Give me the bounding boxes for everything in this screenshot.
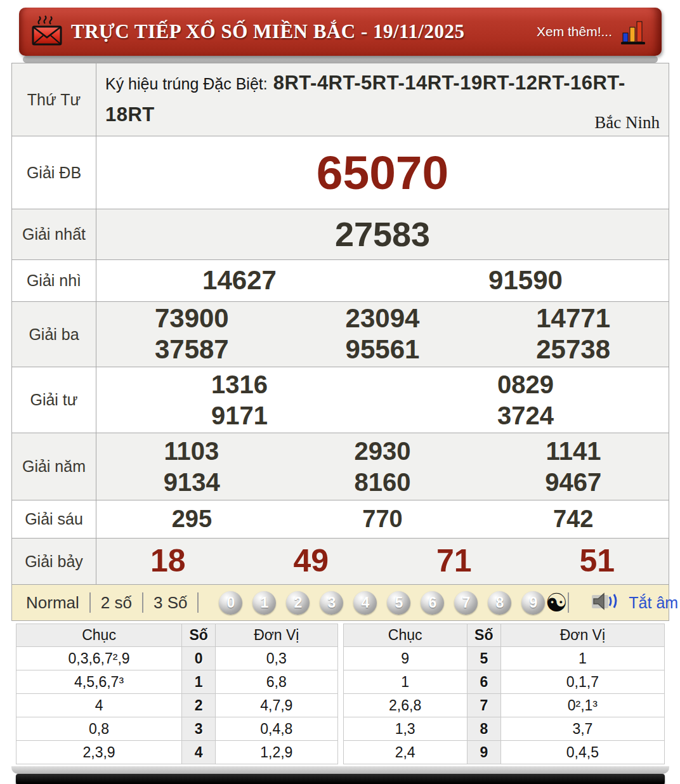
- digit-cell: 2: [182, 694, 216, 717]
- tens-cell: 0,3,6,7²,9: [16, 647, 182, 670]
- tens-cell: 9: [343, 647, 467, 670]
- summary-table-left: ChụcSốĐơn Vị0,3,6,7²,900,34,5,6,7³16,842…: [16, 624, 338, 764]
- prize-label-giai-nam: Giải năm: [12, 433, 96, 500]
- digit-ball-1[interactable]: 1: [252, 591, 276, 615]
- prize-number: 49: [293, 543, 329, 580]
- mute-button[interactable]: Tắt âm: [629, 594, 678, 612]
- prize-number: 9467: [545, 467, 601, 497]
- prize-number: 8160: [354, 467, 410, 497]
- mode-2-digits[interactable]: 2 số: [91, 593, 142, 613]
- see-more-link[interactable]: Xem thêm!...: [537, 24, 612, 39]
- units-cell: 1,2,9: [216, 741, 337, 764]
- tens-cell: 1,3: [343, 717, 467, 741]
- prize-numbers-giai-db: 65070: [96, 136, 669, 209]
- prize-number: 1103: [164, 436, 219, 466]
- digit-balls: 0123456789: [219, 591, 545, 615]
- digit-ball-0[interactable]: 0: [219, 591, 242, 615]
- bar-chart-icon[interactable]: [621, 20, 645, 49]
- prize-number: 27583: [335, 214, 430, 254]
- summary-header: Đơn Vị: [216, 624, 337, 647]
- footer-gray-bar: [11, 766, 669, 774]
- prize-number: 1141: [546, 436, 601, 466]
- prize-rows: Giải ĐB65070Giải nhất27583Giải nhì146279…: [12, 136, 669, 584]
- tens-cell: 2,6,8: [343, 694, 467, 717]
- prize-label-giai-ba: Giải ba: [12, 302, 96, 367]
- digit-ball-9[interactable]: 9: [521, 591, 545, 615]
- speaker-icon[interactable]: [591, 591, 622, 615]
- footer-black-bar: [16, 774, 665, 784]
- digit-ball-8[interactable]: 8: [488, 591, 511, 615]
- summary-row: 2,490,4,5: [343, 741, 665, 764]
- draw-info-row: Thứ Tư Ký hiệu trúng Đặc Biệt:8RT-4RT-5R…: [12, 63, 669, 136]
- prize-number: 1316: [211, 370, 268, 399]
- prize-numbers-giai-sau: 295770742: [96, 500, 669, 538]
- special-sign-cell: Ký hiệu trúng Đặc Biệt:8RT-4RT-5RT-14RT-…: [96, 63, 669, 136]
- summary-row: 4,5,6,7³16,8: [16, 670, 338, 694]
- digit-ball-7[interactable]: 7: [454, 591, 478, 615]
- toolbar: Normal 2 số 3 Số 0123456789 ☯ Tắt âm: [11, 585, 669, 621]
- mode-normal[interactable]: Normal: [22, 593, 89, 613]
- units-cell: 0²,1³: [500, 694, 664, 717]
- units-cell: 3,7: [500, 717, 664, 741]
- prize-numbers-giai-tu: 1316082991713724: [96, 367, 669, 433]
- lottery-widget: TRỰC TIẾP XỔ SỐ MIỀN BẮC - 19/11/2025 Xe…: [11, 8, 669, 784]
- digit-ball-6[interactable]: 6: [421, 591, 444, 615]
- tens-cell: 0,8: [16, 717, 182, 741]
- summary-header: Số: [182, 624, 216, 647]
- prize-number: 51: [579, 543, 615, 580]
- units-cell: 0,4,5: [500, 741, 664, 764]
- summary-row: 160,1,7: [343, 670, 665, 694]
- digit-ball-2[interactable]: 2: [286, 591, 310, 615]
- prize-number: 95561: [346, 334, 420, 365]
- prize-row-giai-nam: Giải năm110329301141913481609467: [12, 433, 669, 500]
- special-sign-prefix: Ký hiệu trúng Đặc Biệt:: [105, 75, 268, 93]
- tens-cell: 2,3,9: [16, 741, 182, 764]
- yinyang-ball-icon[interactable]: ☯: [545, 591, 568, 615]
- prize-number: 14771: [536, 303, 610, 334]
- digit-cell: 4: [182, 741, 216, 764]
- weekday-label: Thứ Tư: [12, 63, 96, 136]
- sound-controls: Tắt âm: [568, 591, 680, 615]
- prize-number: 770: [362, 506, 402, 533]
- page-title: TRỰC TIẾP XỔ SỐ MIỀN BẮC - 19/11/2025: [71, 20, 465, 43]
- units-cell: 0,4,8: [216, 717, 337, 741]
- prize-label-giai-db: Giải ĐB: [12, 136, 96, 209]
- units-cell: 0,1,7: [500, 670, 664, 694]
- tens-cell: 4: [16, 694, 182, 717]
- prize-label-giai-nhi: Giải nhì: [12, 260, 96, 301]
- prize-label-giai-bay: Giải bảy: [12, 539, 96, 584]
- tens-cell: 1: [343, 670, 467, 694]
- summary-header: Chục: [16, 624, 182, 647]
- prize-row-giai-ba: Giải ba739002309414771375879556125738: [12, 301, 669, 367]
- digit-cell: 1: [182, 670, 216, 694]
- digit-cell: 9: [467, 741, 500, 764]
- digit-ball-5[interactable]: 5: [387, 591, 410, 615]
- units-cell: 1: [500, 647, 664, 670]
- prize-label-giai-sau: Giải sáu: [12, 500, 96, 538]
- mode-3-digits[interactable]: 3 Số: [143, 593, 198, 613]
- units-cell: 4,7,9: [216, 694, 337, 717]
- prize-number: 295: [172, 506, 212, 533]
- digit-cell: 0: [182, 647, 216, 670]
- digit-cell: 3: [182, 717, 216, 741]
- prize-numbers-giai-nam: 110329301141913481609467: [96, 433, 669, 500]
- prize-number: 9171: [211, 401, 268, 430]
- summary-header: Đơn Vị: [500, 624, 664, 647]
- prize-number: 3724: [497, 401, 554, 430]
- digit-ball-4[interactable]: 4: [353, 591, 377, 615]
- digit-cell: 5: [467, 647, 500, 670]
- prize-number: 71: [436, 543, 472, 580]
- digit-cell: 8: [467, 717, 500, 741]
- prize-number: 18: [150, 543, 186, 580]
- prize-number: 23094: [346, 303, 420, 334]
- digit-ball-3[interactable]: 3: [320, 591, 343, 615]
- summary-row: 951: [343, 647, 665, 670]
- banner-shadow-bar: [23, 56, 658, 63]
- prize-number: 73900: [155, 303, 229, 334]
- prize-row-giai-tu: Giải tư1316082991713724: [12, 367, 669, 433]
- units-cell: 0,3: [216, 647, 337, 670]
- summary-row: 2,3,941,2,9: [16, 741, 338, 764]
- summary-table-right: ChụcSốĐơn Vị951160,1,72,6,870²,1³1,383,7…: [343, 624, 665, 764]
- prize-number: 25738: [536, 334, 610, 365]
- prize-numbers-giai-nhi: 1462791590: [96, 260, 669, 301]
